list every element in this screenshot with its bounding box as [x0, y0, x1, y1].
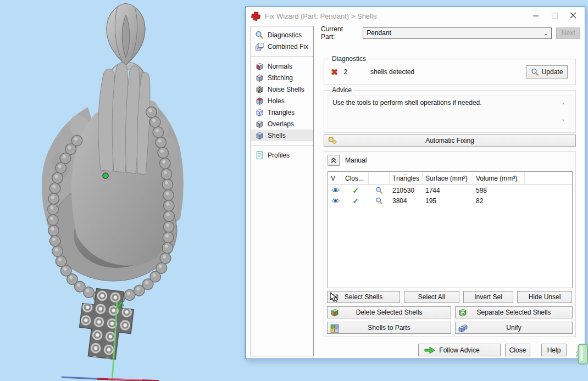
current-part-dropdown[interactable]: Pendant ⌄ — [363, 27, 552, 39]
scroll-up-icon[interactable]: ⌃ — [561, 102, 565, 108]
volume-value: 82 — [473, 197, 525, 205]
background-3d-object — [578, 344, 588, 365]
invert-selection-button[interactable]: Invert Sel — [463, 291, 513, 303]
volume-value: 598 — [473, 187, 525, 194]
close-dialog-button[interactable]: Close — [505, 344, 530, 356]
update-button[interactable]: Update — [526, 65, 568, 79]
next-button[interactable]: Next — [556, 27, 580, 39]
sidebar-item-stitching[interactable]: Stitching — [251, 72, 313, 83]
error-x-icon: ✖ — [331, 67, 338, 77]
shells-detected-count: 2 — [343, 68, 347, 76]
column-header-closed[interactable]: Clos... — [342, 172, 369, 184]
sidebar-item-label: Shells — [268, 132, 286, 139]
magnifier-icon — [254, 30, 264, 40]
table-row[interactable]: ✓ 3804 195 82 — [328, 195, 572, 206]
gears-icon: ⚙⚙ — [328, 136, 340, 143]
inspect-magnifier-icon[interactable] — [369, 197, 390, 205]
cube-wireframe-icon — [254, 108, 264, 117]
manual-label: Manual — [345, 156, 367, 164]
surface-value: 1744 — [423, 187, 473, 194]
magnifier-icon — [531, 68, 539, 76]
delete-selected-shells-button[interactable]: ✕ Delete Selected Shells — [327, 306, 451, 318]
sidebar-item-holes[interactable]: Holes — [251, 95, 313, 107]
column-header-volume[interactable]: Volume (mm³) — [473, 172, 525, 184]
surface-value: 195 — [423, 197, 473, 205]
cube-red-icon — [254, 61, 264, 71]
shells-to-parts-button[interactable]: Shells to Parts — [327, 322, 451, 334]
multi-cubes-icon — [330, 323, 340, 333]
follow-advice-button[interactable]: Follow Advice — [418, 344, 501, 356]
automatic-fixing-button[interactable]: ⚙⚙ Automatic Fixing — [324, 135, 576, 147]
shell-marker-dot — [101, 171, 110, 181]
current-part-label: Current Part: — [321, 25, 358, 41]
update-button-label: Update — [542, 68, 563, 76]
unify-label: Unify — [506, 324, 521, 332]
sidebar-item-combined-fix[interactable]: Combined Fix — [251, 41, 313, 52]
column-header-inspect[interactable] — [369, 172, 390, 184]
sidebar-item-noise-shells[interactable]: Noise Shells — [251, 83, 313, 95]
closed-check-icon: ✓ — [342, 186, 369, 195]
unify-cubes-icon — [458, 323, 468, 333]
sidebar-item-label: Normals — [268, 63, 292, 70]
current-part-value: Pendant — [367, 29, 391, 37]
cube-overlap-icon — [254, 119, 264, 128]
magics-red-cross-icon — [251, 12, 260, 21]
table-header-row: V Clos... ⌄ Triangles Surface (mm²) Volu… — [328, 172, 572, 185]
scroll-down-icon[interactable]: ⌄ — [561, 116, 565, 122]
cube-separate-icon — [458, 308, 468, 318]
sidebar-item-profiles[interactable]: Profiles — [251, 149, 313, 161]
triangles-value: 3804 — [390, 197, 423, 205]
title-bar[interactable]: Fix Wizard (Part: Pendant) > Shells — [246, 7, 585, 25]
minimize-icon — [533, 13, 539, 19]
sidebar-item-triangles[interactable]: Triangles — [251, 107, 313, 118]
sidebar-item-overlaps[interactable]: Overlaps — [251, 118, 313, 130]
column-header-surface[interactable]: Surface (mm²) — [423, 172, 473, 184]
column-header-triangles[interactable]: ⌄ Triangles — [390, 172, 423, 184]
visibility-eye-icon[interactable] — [328, 198, 342, 204]
maximize-button[interactable] — [545, 8, 564, 23]
close-icon — [570, 12, 576, 19]
select-shells-label: Select Shells — [345, 293, 382, 301]
sidebar-divider — [251, 56, 313, 57]
advice-groupbox: Advice Use the tools to perform shell op… — [324, 90, 576, 133]
double-chevron-up-icon — [330, 157, 337, 164]
maximize-icon — [552, 13, 558, 19]
separate-selected-shells-button[interactable]: Separate Selected Shells — [455, 306, 573, 318]
wizard-sidebar: Diagnostics Combined Fix Normals Sti — [251, 26, 314, 356]
help-button[interactable]: Help — [541, 344, 567, 356]
fix-wizard-dialog: Fix Wizard (Part: Pendant) > Shells Diag… — [245, 7, 585, 359]
advice-legend: Advice — [330, 86, 354, 94]
collapse-manual-button[interactable] — [328, 155, 340, 166]
sidebar-item-diagnostics[interactable]: Diagnostics — [251, 29, 313, 41]
sidebar-item-label: Combined Fix — [268, 43, 308, 51]
inspect-magnifier-icon[interactable] — [369, 187, 390, 194]
chevron-down-icon: ⌄ — [543, 30, 548, 36]
mouse-cursor — [330, 292, 339, 302]
advice-text: Use the tools to perform shell operation… — [332, 99, 482, 107]
green-arrow-icon — [424, 346, 436, 355]
select-all-button[interactable]: Select All — [404, 291, 459, 303]
svg-text:✕: ✕ — [332, 311, 337, 317]
sidebar-divider — [251, 145, 313, 145]
minimize-button[interactable] — [526, 8, 545, 23]
visibility-eye-icon[interactable] — [328, 187, 342, 193]
separate-selected-label: Separate Selected Shells — [477, 309, 551, 316]
column-header-v[interactable]: V — [328, 172, 342, 184]
manual-groupbox: Manual V Clos... ⌄ Triangles Surface (mm… — [324, 151, 576, 337]
sidebar-item-normals[interactable]: Normals — [251, 60, 313, 72]
hide-unselected-button[interactable]: Hide Unsel — [517, 291, 572, 303]
shells-to-parts-label: Shells to Parts — [368, 324, 410, 332]
window-title: Fix Wizard (Part: Pendant) > Shells — [265, 12, 376, 20]
table-row[interactable]: ✓ 210530 1744 598 — [328, 185, 572, 195]
advice-text-area: Use the tools to perform shell operation… — [328, 95, 572, 129]
sidebar-item-label: Overlaps — [268, 120, 294, 128]
shells-table[interactable]: V Clos... ⌄ Triangles Surface (mm²) Volu… — [328, 171, 573, 288]
triangles-value: 210530 — [390, 187, 423, 194]
sidebar-item-label: Holes — [268, 97, 285, 105]
cube-delete-icon: ✕ — [330, 308, 340, 318]
sidebar-item-shells[interactable]: Shells — [251, 130, 313, 141]
unify-button[interactable]: Unify — [455, 322, 573, 334]
delete-selected-label: Delete Selected Shells — [356, 309, 423, 316]
sidebar-item-label: Diagnostics — [268, 31, 302, 39]
close-button[interactable] — [564, 8, 583, 23]
